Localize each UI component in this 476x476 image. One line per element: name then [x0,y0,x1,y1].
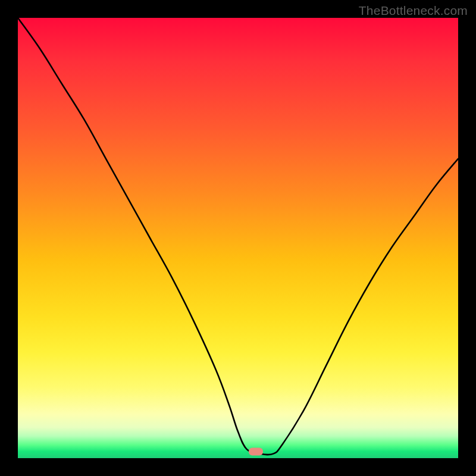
attribution-text: TheBottleneck.com [359,4,468,18]
minimum-marker [249,447,263,455]
bottleneck-curve [18,18,458,458]
plot-area [18,18,458,458]
chart-frame: TheBottleneck.com [0,0,476,476]
